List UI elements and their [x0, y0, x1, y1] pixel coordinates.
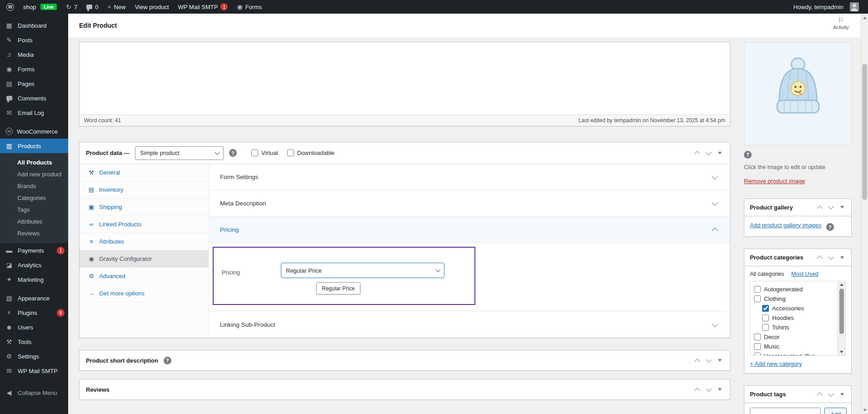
- category-item[interactable]: Accessories: [754, 304, 834, 313]
- sidebar-item-pages[interactable]: ▤Pages: [0, 76, 68, 91]
- tab-most-used[interactable]: Most Used: [791, 271, 818, 277]
- site-name-menu[interactable]: shop Live: [19, 0, 61, 14]
- scroll-up-icon[interactable]: [838, 282, 845, 288]
- category-checkbox[interactable]: [762, 305, 769, 312]
- move-up-icon[interactable]: [694, 151, 700, 157]
- downloadable-checkbox-label[interactable]: Downloadable: [287, 150, 334, 156]
- scrollbar-thumb[interactable]: [862, 64, 867, 200]
- product-type-select[interactable]: Simple product: [135, 146, 224, 160]
- submenu-item-attributes[interactable]: Attributes: [0, 215, 68, 227]
- add-tag-button[interactable]: Add: [824, 408, 847, 414]
- toggle-panel-icon[interactable]: [718, 388, 722, 391]
- move-down-icon[interactable]: [828, 391, 834, 397]
- move-down-icon[interactable]: [706, 150, 712, 155]
- help-icon[interactable]: ?: [744, 151, 752, 159]
- tab-gravity-configurator[interactable]: ◉Gravity Configurator: [80, 250, 209, 268]
- category-item[interactable]: Tshirts: [754, 323, 834, 332]
- sidebar-item-plugins[interactable]: ⚡Plugins6: [0, 305, 68, 320]
- updates-menu[interactable]: ↻ 7: [61, 0, 82, 14]
- category-item[interactable]: Clothing: [754, 294, 834, 304]
- move-up-icon[interactable]: [694, 359, 700, 364]
- scroll-down-icon[interactable]: [861, 407, 868, 413]
- category-checkbox[interactable]: [754, 295, 761, 302]
- tab-get-more-options[interactable]: →Get more options: [80, 285, 209, 302]
- submenu-item-categories[interactable]: Categories: [0, 192, 68, 204]
- category-scrollbar[interactable]: [838, 281, 845, 355]
- tab-linked-products[interactable]: ∞Linked Products: [80, 216, 209, 233]
- sidebar-item-posts[interactable]: ✎Posts: [0, 33, 68, 47]
- section-meta-description[interactable]: Meta Description: [209, 190, 730, 217]
- comments-menu[interactable]: 0: [82, 0, 103, 14]
- wordpress-menu[interactable]: W: [2, 0, 19, 14]
- sidebar-item-analytics[interactable]: ◪Analytics: [0, 258, 68, 272]
- tab-general[interactable]: ⚒General: [80, 164, 209, 181]
- category-checkbox[interactable]: [754, 286, 761, 293]
- move-up-icon[interactable]: [817, 205, 823, 211]
- category-checkbox[interactable]: [754, 343, 761, 350]
- account-menu[interactable]: Howdy, tempadmin: [789, 0, 863, 14]
- sidebar-item-woocommerce[interactable]: WWooCommerce: [0, 124, 68, 139]
- add-new-category-link[interactable]: + Add new category: [750, 360, 802, 367]
- downloadable-checkbox[interactable]: [287, 150, 294, 156]
- sidebar-item-wp-mail-smtp[interactable]: ✉WP Mail SMTP: [0, 364, 68, 378]
- activity-button[interactable]: ⚐ Activity: [833, 16, 849, 30]
- sidebar-item-users[interactable]: ☻Users: [0, 320, 68, 334]
- sidebar-item-comments[interactable]: Comments: [0, 91, 68, 105]
- virtual-checkbox[interactable]: [251, 150, 258, 156]
- section-pricing[interactable]: Pricing: [209, 217, 730, 243]
- toggle-panel-icon[interactable]: [718, 359, 722, 362]
- view-product-link[interactable]: View product: [130, 0, 174, 14]
- help-icon[interactable]: ?: [826, 223, 834, 231]
- remove-product-image-link[interactable]: Remove product image: [744, 178, 805, 185]
- category-item[interactable]: Decor: [754, 332, 834, 342]
- wp-mail-smtp-menu[interactable]: WP Mail SMTP 1: [174, 0, 233, 14]
- submenu-item-all-products[interactable]: All Products: [0, 156, 68, 168]
- move-down-icon[interactable]: [828, 204, 834, 209]
- category-item[interactable]: Hoodies: [754, 313, 834, 323]
- tab-all-categories[interactable]: All categories: [750, 271, 784, 277]
- sidebar-item-media[interactable]: ♫Media: [0, 47, 68, 62]
- scroll-down-icon[interactable]: [838, 349, 845, 355]
- virtual-checkbox-label[interactable]: Virtual: [251, 150, 278, 156]
- move-up-icon[interactable]: [817, 392, 823, 398]
- editor-canvas[interactable]: [80, 42, 730, 115]
- move-up-icon[interactable]: [817, 255, 823, 261]
- section-form-settings[interactable]: Form Settings: [209, 164, 730, 190]
- toggle-panel-icon[interactable]: [718, 152, 722, 155]
- help-icon[interactable]: ?: [164, 357, 171, 364]
- tab-inventory[interactable]: ▤Inventory: [80, 181, 209, 199]
- sidebar-item-marketing[interactable]: ✦Marketing: [0, 272, 68, 287]
- category-item[interactable]: Music: [754, 342, 834, 351]
- pricing-type-select[interactable]: Regular Price: [281, 263, 444, 278]
- move-down-icon[interactable]: [828, 254, 834, 260]
- sidebar-item-settings[interactable]: ⚙Settings: [0, 349, 68, 364]
- section-linking-sub-product[interactable]: Linking Sub-Product: [209, 311, 730, 338]
- submenu-item-brands[interactable]: Brands: [0, 180, 68, 192]
- tags-input[interactable]: [750, 408, 821, 414]
- sidebar-item-forms[interactable]: ◉Forms: [0, 62, 68, 76]
- submenu-item-add-new-product[interactable]: Add new product: [0, 168, 68, 180]
- sidebar-item-collapse-menu[interactable]: ◀Collapse Menu: [0, 385, 68, 400]
- category-checkbox[interactable]: [762, 324, 769, 331]
- tab-shipping[interactable]: ▣Shipping: [80, 199, 209, 216]
- category-checkbox[interactable]: [762, 314, 769, 321]
- help-icon[interactable]: ?: [229, 149, 237, 157]
- toggle-panel-icon[interactable]: [840, 256, 844, 259]
- toggle-panel-icon[interactable]: [840, 206, 844, 209]
- forms-menu[interactable]: ◉ Forms: [232, 0, 266, 14]
- category-item[interactable]: Autogenerated: [754, 284, 834, 294]
- move-up-icon[interactable]: [694, 388, 700, 394]
- sidebar-item-dashboard[interactable]: ▦Dashboard: [0, 18, 68, 33]
- product-image-box[interactable]: [744, 42, 852, 145]
- scrollbar-thumb[interactable]: [839, 289, 844, 334]
- new-content-menu[interactable]: + New: [103, 0, 130, 14]
- category-checkbox[interactable]: [754, 334, 761, 340]
- regular-price-chip[interactable]: Regular Price: [316, 282, 360, 294]
- sidebar-item-tools[interactable]: ⚒Tools: [0, 334, 68, 349]
- tab-attributes[interactable]: ≡Attributes: [80, 233, 209, 250]
- sidebar-item-appearance[interactable]: ▧Appearance: [0, 291, 68, 305]
- category-item[interactable]: Uncategorized @ur: [754, 351, 834, 356]
- submenu-item-tags[interactable]: Tags: [0, 204, 68, 215]
- submenu-item-reviews[interactable]: Reviews: [0, 227, 68, 239]
- page-scrollbar[interactable]: [861, 14, 868, 414]
